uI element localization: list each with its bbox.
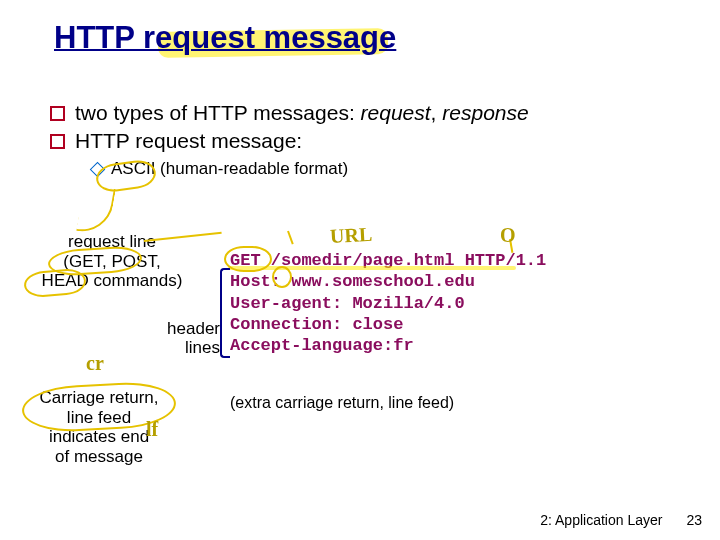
diamond-bullet-icon xyxy=(90,161,106,177)
footer-page-number: 23 xyxy=(686,512,702,528)
bullet-list: two types of HTTP messages: request, res… xyxy=(50,100,670,179)
b1-i2: response xyxy=(442,101,528,124)
arrow-url-down xyxy=(287,231,294,245)
label-carriage-return: Carriage return, line feed indicates end… xyxy=(24,388,174,466)
label-header-lines: header lines xyxy=(150,320,220,357)
label-request-line: request line (GET, POST, HEAD commands) xyxy=(32,232,192,291)
subbullet-1-text: ASCII (human-readable format) xyxy=(111,159,348,179)
square-bullet-icon xyxy=(50,134,65,149)
square-bullet-icon xyxy=(50,106,65,121)
annot-url: URL xyxy=(329,223,372,248)
bullet-2: HTTP request message: xyxy=(50,128,670,154)
slide: HTTP request message two types of HTTP m… xyxy=(0,0,720,540)
b1-mid: , xyxy=(431,101,443,124)
b1-i1: request xyxy=(361,101,431,124)
brace-ascii-to-reqline xyxy=(76,184,116,237)
annot-o: O xyxy=(500,224,516,247)
slide-footer: 2: Application Layer 23 xyxy=(540,512,702,528)
label-extra-crlf: (extra carriage return, line feed) xyxy=(230,394,454,412)
slide-title: HTTP request message xyxy=(48,18,402,58)
footer-chapter: 2: Application Layer xyxy=(540,512,662,528)
http-request-code: GET /somedir/page.html HTTP/1.1 Host: ww… xyxy=(230,250,546,356)
b1-pre: two types of HTTP messages: xyxy=(75,101,361,124)
subbullet-1: ASCII (human-readable format) xyxy=(92,159,670,179)
title-wrap: HTTP request message xyxy=(48,18,402,58)
bullet-1-text: two types of HTTP messages: request, res… xyxy=(75,100,529,126)
bullet-2-text: HTTP request message: xyxy=(75,128,302,154)
annot-cr: cr xyxy=(86,352,104,375)
bullet-1: two types of HTTP messages: request, res… xyxy=(50,100,670,126)
brace-header-lines xyxy=(220,268,230,358)
